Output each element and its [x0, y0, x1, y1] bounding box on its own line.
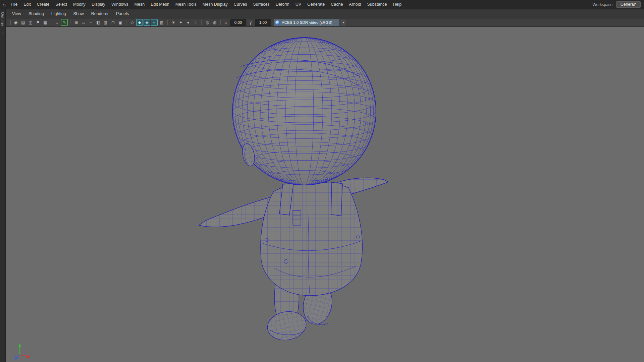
toolbar-separator — [126, 20, 126, 25]
exposure-field[interactable]: 0.00 — [230, 19, 246, 26]
panel-toolbar: ◉▤◫⚑▦↔✎⊞▭▫◧▥◻▣◇◆◈◐▨☀✦●◌◎◍ ☼ 0.00 γ 1.00 … — [6, 18, 644, 27]
camera-settings-icon[interactable]: ◫ — [27, 19, 34, 26]
sidebar-tab-strip: Outliner ○ — [0, 9, 6, 362]
select-camera-icon[interactable]: ◉ — [12, 19, 19, 26]
panel-menu-item-shading[interactable]: Shading — [25, 9, 48, 18]
panel-menubar: ViewShadingLightingShowRendererPanels — [6, 9, 644, 18]
isolate-select-icon[interactable]: ◎ — [204, 19, 211, 26]
workspace-label: Workspace: — [592, 2, 613, 7]
color-management-icon — [275, 20, 280, 25]
textured-icon[interactable]: ◈ — [144, 19, 150, 26]
menu-item-mesh-tools[interactable]: Mesh Tools — [172, 0, 200, 9]
view-transform-arrow-icon[interactable]: ▼ — [340, 19, 346, 26]
content-area: Outliner ○ ViewShadingLightingShowRender… — [0, 9, 644, 362]
bookmark-flag-icon[interactable]: ⚑ — [35, 19, 41, 26]
ambient-occlusion-icon[interactable]: ● — [185, 19, 192, 26]
menu-item-help[interactable]: Help — [390, 0, 405, 9]
menu-item-surfaces[interactable]: Surfaces — [250, 0, 272, 9]
safe-title-icon[interactable]: ▣ — [117, 19, 124, 26]
snapshot-icon[interactable]: ◍ — [211, 19, 218, 26]
menu-item-file[interactable]: File — [8, 0, 20, 9]
viewport-panel: ViewShadingLightingShowRendererPanels ◉▤… — [6, 9, 644, 362]
menu-item-curves[interactable]: Curves — [231, 0, 250, 9]
menu-item-generate[interactable]: Generate — [304, 0, 328, 9]
panel-menu-item-show[interactable]: Show — [70, 9, 88, 18]
safe-action-icon[interactable]: ◻ — [110, 19, 116, 26]
workspace-selector[interactable]: General* — [616, 1, 641, 8]
motion-blur-icon[interactable]: ◌ — [192, 19, 199, 26]
menu-item-uv[interactable]: UV — [292, 0, 304, 9]
grid-icon[interactable]: ⊞ — [73, 19, 79, 26]
gate-mask-icon[interactable]: ◧ — [95, 19, 102, 26]
menu-item-edit[interactable]: Edit — [20, 0, 34, 9]
shaded-icon[interactable]: ◆ — [136, 19, 143, 26]
xray-icon[interactable]: ▨ — [158, 19, 165, 26]
lighting-all-icon[interactable]: ☀ — [170, 19, 177, 26]
sidebar-pin-icon[interactable]: ○ — [2, 31, 3, 34]
main-menubar: ⌂ FileEditCreateSelectModifyDisplayWindo… — [0, 0, 644, 9]
toolbar-icon-group: ◉▤◫⚑▦↔✎⊞▭▫◧▥◻▣◇◆◈◐▨☀✦●◌◎◍ — [12, 19, 222, 26]
menu-item-mesh[interactable]: Mesh — [131, 0, 148, 9]
gamma-field[interactable]: 1.00 — [255, 19, 271, 26]
panel-menu-item-panels[interactable]: Panels — [112, 9, 132, 18]
menu-item-select[interactable]: Select — [52, 0, 70, 9]
viewport-canvas[interactable] — [6, 27, 644, 362]
view-transform-dropdown[interactable]: ACES 1.0 SDR-video (sRGB) — [274, 19, 339, 26]
sidebar-tab-outliner[interactable]: Outliner — [1, 12, 5, 26]
gamma-icon[interactable]: γ — [247, 19, 254, 26]
menu-item-windows[interactable]: Windows — [108, 0, 131, 9]
view-transform-value: ACES 1.0 SDR-video (sRGB) — [282, 20, 332, 24]
toolbar-grip[interactable] — [8, 20, 11, 25]
image-plane-icon[interactable]: ▦ — [42, 19, 49, 26]
menu-item-mesh-display[interactable]: Mesh Display — [200, 0, 231, 9]
grease-pencil-icon[interactable]: ✎ — [61, 19, 68, 26]
film-gate-icon[interactable]: ▭ — [80, 19, 87, 26]
panel-menu-item-lighting[interactable]: Lighting — [48, 9, 70, 18]
menu-item-cache[interactable]: Cache — [328, 0, 346, 9]
menu-item-edit-mesh[interactable]: Edit Mesh — [148, 0, 172, 9]
toolbar-separator — [167, 20, 168, 25]
menu-item-create[interactable]: Create — [34, 0, 53, 9]
panel-menu-item-view[interactable]: View — [8, 9, 25, 18]
toolbar-separator — [201, 20, 202, 25]
axis-gizmo — [14, 343, 31, 360]
menu-item-display[interactable]: Display — [89, 0, 108, 9]
menu-item-modify[interactable]: Modify — [70, 0, 89, 9]
menu-item-deform[interactable]: Deform — [273, 0, 292, 9]
toolbar-separator — [220, 20, 221, 25]
character-model[interactable] — [199, 38, 388, 343]
field-chart-icon[interactable]: ▥ — [102, 19, 109, 26]
exposure-icon[interactable]: ☼ — [222, 19, 229, 26]
menu-item-arnold[interactable]: Arnold — [346, 0, 364, 9]
toolbar-separator — [70, 20, 70, 25]
use-default-material-icon[interactable]: ◐ — [151, 19, 158, 26]
bookmarks-icon[interactable]: ▤ — [20, 19, 26, 26]
2d-pan-zoom-icon[interactable]: ↔ — [54, 19, 60, 26]
toolbar-separator — [51, 20, 51, 25]
home-icon[interactable]: ⌂ — [3, 2, 6, 7]
panel-menu-item-renderer[interactable]: Renderer — [88, 9, 112, 18]
main-menu: FileEditCreateSelectModifyDisplayWindows… — [8, 0, 405, 9]
menu-item-substance[interactable]: Substance — [364, 0, 390, 9]
viewport[interactable] — [6, 27, 644, 362]
shadows-icon[interactable]: ✦ — [177, 19, 184, 26]
resolution-gate-icon[interactable]: ▫ — [88, 19, 94, 26]
wireframe-icon[interactable]: ◇ — [129, 19, 136, 26]
